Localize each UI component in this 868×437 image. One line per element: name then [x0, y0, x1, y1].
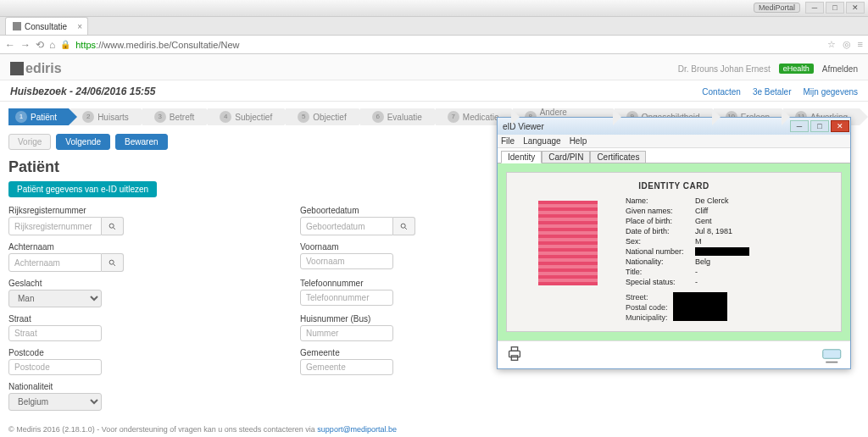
eid-menu-help[interactable]: Help — [570, 136, 587, 146]
step-huisarts[interactable]: 2Huisarts — [70, 108, 141, 125]
eid-field: Place of birth:Gent — [626, 216, 831, 226]
eid-fields: Name:De ClerckGiven names:CliffPlace of … — [626, 196, 831, 287]
star-icon[interactable]: ☆ — [827, 39, 836, 50]
eid-minimize-button[interactable]: ─ — [790, 120, 809, 132]
mediportal-badge: MediPortal — [754, 3, 800, 13]
eid-photo — [538, 201, 598, 285]
nationaliteit-select[interactable]: Belgium — [8, 393, 102, 411]
svg-rect-5 — [511, 356, 517, 361]
eid-menu-file[interactable]: File — [501, 136, 515, 146]
svg-point-1 — [401, 224, 405, 228]
os-titlebar: MediPortal ─ □ ✕ — [0, 0, 868, 17]
eid-field: Sex:M — [626, 236, 831, 246]
eid-menu-language[interactable]: Language — [523, 136, 561, 146]
url[interactable]: https://www.mediris.be/Consultatie/New — [75, 40, 239, 50]
close-button[interactable]: ✕ — [846, 2, 865, 14]
step-objectief[interactable]: 5Objectief — [286, 108, 358, 125]
browser-tab[interactable]: Consultatie × — [5, 17, 88, 35]
forward-button[interactable]: → — [20, 39, 31, 51]
ssl-lock-icon: 🔒 — [60, 40, 70, 49]
brand-logo[interactable]: ediris — [10, 61, 62, 76]
app-header: ediris Dr. Brouns Johan Ernest eHealth A… — [0, 54, 868, 80]
eid-tab-identity[interactable]: Identity — [501, 151, 542, 163]
menu-icon[interactable]: ≡ — [858, 39, 863, 50]
eid-card-title: IDENTITY CARD — [517, 181, 831, 191]
rijks-input[interactable] — [8, 217, 102, 235]
eid-field: National number: — [626, 246, 831, 257]
svg-point-0 — [109, 224, 114, 228]
step-label: Objectief — [313, 113, 346, 122]
step-label: Subjectief — [235, 113, 272, 122]
logo-mark-icon — [10, 62, 24, 75]
step-patiënt[interactable]: 1Patiënt — [8, 108, 69, 125]
subheader: Huisbezoek - 24/06/2016 15:55 Contacten … — [0, 80, 868, 102]
reload-button[interactable]: ⟲ — [36, 39, 44, 51]
current-user: Dr. Brouns Johan Ernest — [678, 64, 771, 74]
print-icon[interactable] — [503, 345, 526, 365]
eid-tab-certificates[interactable]: Certificates — [590, 151, 646, 163]
svg-point-2 — [109, 260, 114, 264]
read-eid-button[interactable]: Patiënt gegevens van e-ID uitlezen — [8, 181, 157, 197]
link-mijn-gegevens[interactable]: Mijn gegevens — [804, 87, 858, 97]
step-label: Medicatie — [463, 113, 499, 122]
save-button[interactable]: Bewaren — [115, 134, 167, 150]
step-betreft[interactable]: 3Betreft — [142, 108, 206, 125]
svg-rect-7 — [826, 362, 837, 363]
huis-input[interactable] — [300, 325, 393, 341]
minimize-button[interactable]: ─ — [805, 2, 824, 14]
eid-field: Title:- — [626, 267, 831, 277]
gemeente-input[interactable] — [300, 359, 393, 375]
eid-tab-cardpin[interactable]: Card/PIN — [542, 151, 590, 163]
logout-link[interactable]: Afmelden — [822, 64, 858, 74]
next-button[interactable]: Volgende — [56, 134, 110, 150]
step-number: 6 — [372, 111, 384, 123]
link-3e-betaler[interactable]: 3e Betaler — [753, 87, 792, 97]
favicon-icon — [13, 22, 21, 30]
back-button[interactable]: ← — [5, 39, 15, 51]
step-number: 4 — [220, 111, 231, 123]
eid-field: Given names:Cliff — [626, 206, 831, 216]
svg-rect-6 — [823, 350, 841, 359]
eid-close-button[interactable]: ✕ — [831, 120, 849, 132]
geboorte-search-button[interactable] — [393, 217, 415, 235]
eid-viewer-window: eID Viewer ─ □ ✕ File Language Help Iden… — [497, 117, 851, 369]
straat-input[interactable] — [8, 325, 102, 341]
postcode-input[interactable] — [8, 359, 102, 375]
eid-street-label: Street: — [626, 292, 668, 302]
visit-title: Huisbezoek - 24/06/2016 15:55 — [10, 86, 155, 97]
eid-postal-label: Postal code: — [626, 302, 668, 313]
prev-button[interactable]: Vorige — [8, 134, 51, 150]
postcode-label: Postcode — [8, 348, 288, 357]
eid-field: Nationality:Belg — [626, 257, 831, 267]
card-reader-icon[interactable] — [821, 345, 845, 365]
eid-field: Date of birth:Jul 8, 1981 — [626, 226, 831, 236]
step-number: 2 — [82, 111, 94, 123]
link-contacten[interactable]: Contacten — [702, 87, 741, 97]
tab-label: Consultatie — [25, 22, 67, 31]
voornaam-input[interactable] — [300, 253, 393, 269]
eid-field: Name:De Clerck — [626, 196, 831, 206]
achternaam-input[interactable] — [8, 253, 102, 272]
step-evaluatie[interactable]: 6Evaluatie — [360, 108, 434, 125]
home-button[interactable]: ⌂ — [49, 39, 55, 51]
geslacht-label: Geslacht — [8, 279, 288, 288]
tel-input[interactable] — [300, 290, 393, 306]
svg-rect-3 — [509, 351, 520, 357]
step-label: Patiënt — [31, 113, 57, 122]
step-number: 1 — [15, 111, 27, 123]
extension-icon[interactable]: ◎ — [843, 39, 851, 50]
geslacht-select[interactable]: Man — [8, 290, 102, 307]
step-label: Evaluatie — [387, 113, 422, 122]
eid-address-redacted — [673, 292, 727, 321]
geboorte-input[interactable] — [300, 217, 393, 235]
step-subjectief[interactable]: 4Subjectief — [208, 108, 284, 125]
close-tab-icon[interactable]: × — [77, 22, 82, 31]
eid-titlebar[interactable]: eID Viewer ─ □ ✕ — [498, 118, 850, 135]
support-link[interactable]: support@mediportal.be — [317, 425, 397, 434]
maximize-button[interactable]: □ — [826, 2, 844, 14]
eid-maximize-button[interactable]: □ — [810, 120, 829, 132]
address-bar: ← → ⟲ ⌂ 🔒 https://www.mediris.be/Consult… — [0, 36, 868, 54]
rijks-label: Rijksregisternummer — [8, 206, 288, 215]
achternaam-search-button[interactable] — [102, 253, 124, 272]
rijks-search-button[interactable] — [102, 217, 124, 235]
